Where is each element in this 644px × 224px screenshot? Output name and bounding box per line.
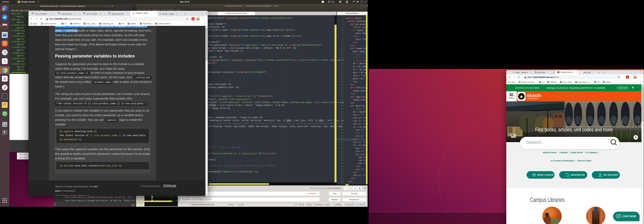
svg-text:GitHub: GitHub: [163, 184, 176, 188]
